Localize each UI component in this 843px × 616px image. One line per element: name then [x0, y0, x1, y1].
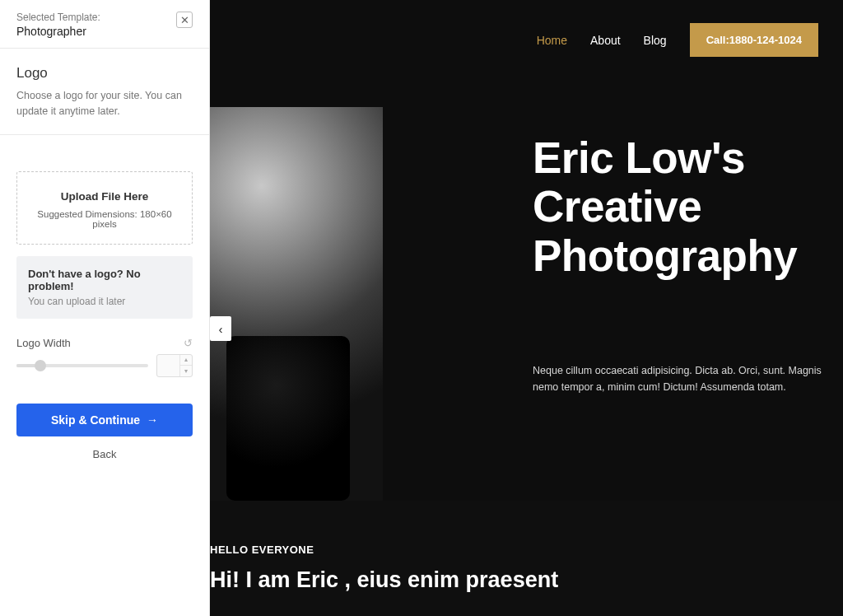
logo-width-number-input[interactable]: ▴ ▾ [156, 354, 193, 377]
selected-template-name: Photographer [16, 25, 100, 38]
close-button[interactable]: ✕ [176, 12, 193, 28]
no-logo-title: Don't have a logo? No problem! [28, 268, 181, 292]
main-nav: Home About Blog Call:1880-124-1024 [537, 23, 818, 57]
template-info: Selected Template: Photographer [16, 12, 100, 38]
nav-home[interactable]: Home [537, 34, 567, 47]
hero-title: Eric Low's Creative Photography [533, 133, 829, 280]
skip-continue-label: Skip & Continue [51, 413, 140, 427]
intro-eyebrow: HELLO EVERYONE [210, 544, 843, 556]
skip-continue-button[interactable]: Skip & Continue → [16, 404, 193, 436]
section-description: Choose a logo for your site. You can upd… [0, 85, 209, 134]
hero-paragraph: Neque cillum occaecati adipisicing. Dict… [533, 362, 829, 395]
spinner-down-icon[interactable]: ▾ [180, 366, 192, 376]
logo-width-slider[interactable] [16, 364, 148, 367]
logo-width-row: Logo Width ↺ [0, 319, 209, 354]
logo-upload-dropzone[interactable]: Upload File Here Suggested Dimensions: 1… [16, 171, 193, 245]
upload-title: Upload File Here [26, 190, 184, 203]
nav-about[interactable]: About [590, 34, 621, 47]
no-logo-sub: You can upload it later [28, 296, 181, 307]
reset-icon[interactable]: ↺ [184, 337, 193, 349]
site-preview: Home About Blog Call:1880-124-1024 Eric … [210, 0, 843, 616]
selected-template-label: Selected Template: [16, 12, 100, 23]
section-heading: Logo [0, 49, 209, 85]
spinner-up-icon[interactable]: ▴ [180, 355, 192, 366]
number-spinners: ▴ ▾ [179, 355, 192, 376]
chevron-left-icon: ‹ [219, 322, 223, 336]
sidebar-header: Selected Template: Photographer ✕ [0, 0, 209, 49]
divider [0, 134, 209, 135]
back-link[interactable]: Back [0, 448, 209, 460]
customizer-sidebar: Selected Template: Photographer ✕ Logo C… [0, 0, 210, 616]
close-icon: ✕ [180, 14, 189, 26]
logo-width-control: ▴ ▾ [0, 354, 209, 395]
intro-section: HELLO EVERYONE Hi! I am Eric , eius enim… [210, 544, 843, 593]
prev-slide-button[interactable]: ‹ [210, 316, 231, 341]
no-logo-notice: Don't have a logo? No problem! You can u… [16, 256, 193, 319]
intro-title: Hi! I am Eric , eius enim praesent [210, 567, 843, 593]
arrow-right-icon: → [147, 413, 158, 427]
slider-thumb[interactable] [35, 360, 46, 371]
hero-section: Home About Blog Call:1880-124-1024 Eric … [210, 0, 843, 501]
call-button[interactable]: Call:1880-124-1024 [690, 23, 818, 57]
nav-blog[interactable]: Blog [644, 34, 667, 47]
upload-suggested-dimensions: Suggested Dimensions: 180×60 pixels [26, 209, 184, 229]
hero-photo-placeholder [210, 107, 383, 501]
logo-width-label: Logo Width [16, 337, 71, 349]
